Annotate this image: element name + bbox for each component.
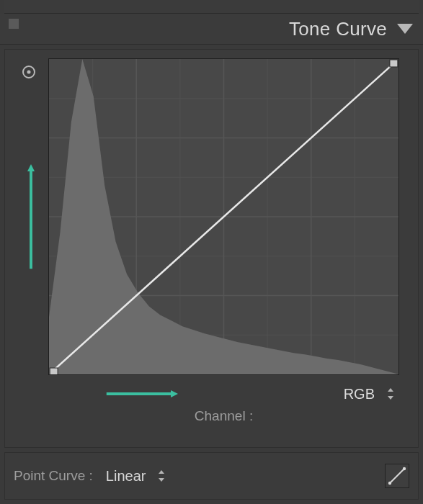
svg-point-22: [403, 467, 406, 470]
svg-line-20: [390, 469, 404, 483]
svg-marker-19: [171, 390, 178, 397]
curve-handle-highlight: [390, 60, 398, 67]
x-axis-row: RGB: [14, 375, 409, 413]
panel-toggle-switch[interactable]: [9, 19, 19, 29]
disclosure-triangle-icon[interactable]: [397, 24, 413, 34]
graph-row: [14, 58, 409, 375]
svg-marker-3: [27, 164, 35, 171]
svg-point-21: [388, 482, 391, 485]
previous-panel-stub: [4, 0, 419, 14]
channel-value[interactable]: RGB: [344, 386, 375, 402]
targeted-adjustment-icon[interactable]: [21, 64, 37, 80]
curve-edit-toggle[interactable]: [385, 464, 409, 488]
tone-curve-graph[interactable]: [48, 58, 399, 375]
point-curve-value[interactable]: Linear: [106, 468, 146, 485]
tone-curve-panel: Tone Curve: [0, 0, 423, 504]
point-curve-label: Point Curve :: [14, 468, 93, 484]
curve-area: RGB Channel :: [4, 49, 419, 448]
point-curve-bar: Point Curve : Linear: [4, 452, 419, 500]
stepper-icon[interactable]: [157, 469, 166, 482]
arrow-up-icon: [27, 80, 35, 354]
y-axis-annotation: [14, 58, 48, 375]
panel-header[interactable]: Tone Curve: [0, 14, 423, 45]
svg-point-1: [27, 71, 31, 74]
curve-handle-shadow: [50, 368, 58, 374]
channel-label: Channel :: [195, 408, 253, 423]
stepper-icon[interactable]: [386, 387, 395, 400]
arrow-right-icon: [48, 390, 236, 397]
panel-title: Tone Curve: [289, 18, 387, 40]
